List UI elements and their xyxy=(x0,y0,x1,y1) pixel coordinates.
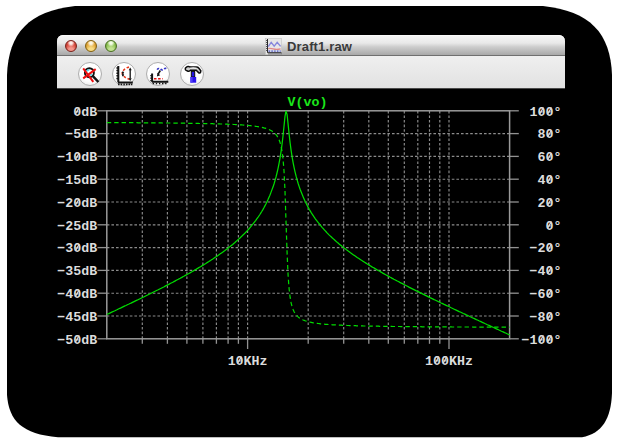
svg-text:−10dB: −10dB xyxy=(57,150,97,165)
svg-text:−45dB: −45dB xyxy=(57,310,97,325)
svg-text:80°: 80° xyxy=(538,127,562,142)
svg-text:−40dB: −40dB xyxy=(57,287,97,302)
svg-text:−30dB: −30dB xyxy=(57,241,97,256)
svg-text:−60°: −60° xyxy=(530,287,562,302)
svg-text:−35dB: −35dB xyxy=(57,264,97,279)
svg-text:10KHz: 10KHz xyxy=(228,354,268,369)
svg-text:−40°: −40° xyxy=(530,264,562,279)
svg-text:100°: 100° xyxy=(530,105,562,120)
svg-text:20°: 20° xyxy=(538,196,562,211)
svg-text:−25dB: −25dB xyxy=(57,219,97,234)
svg-text:60°: 60° xyxy=(538,150,562,165)
svg-text:V(vo): V(vo) xyxy=(288,95,328,110)
svg-text:−20°: −20° xyxy=(530,241,562,256)
svg-text:−15dB: −15dB xyxy=(57,173,97,188)
svg-text:0°: 0° xyxy=(546,219,562,234)
svg-text:−5dB: −5dB xyxy=(65,127,97,142)
svg-text:40°: 40° xyxy=(538,173,562,188)
svg-text:100KHz: 100KHz xyxy=(425,354,473,369)
svg-text:−100°: −100° xyxy=(522,333,562,348)
svg-text:−50dB: −50dB xyxy=(57,333,97,348)
svg-text:−80°: −80° xyxy=(530,310,562,325)
svg-text:−20dB: −20dB xyxy=(57,196,97,211)
